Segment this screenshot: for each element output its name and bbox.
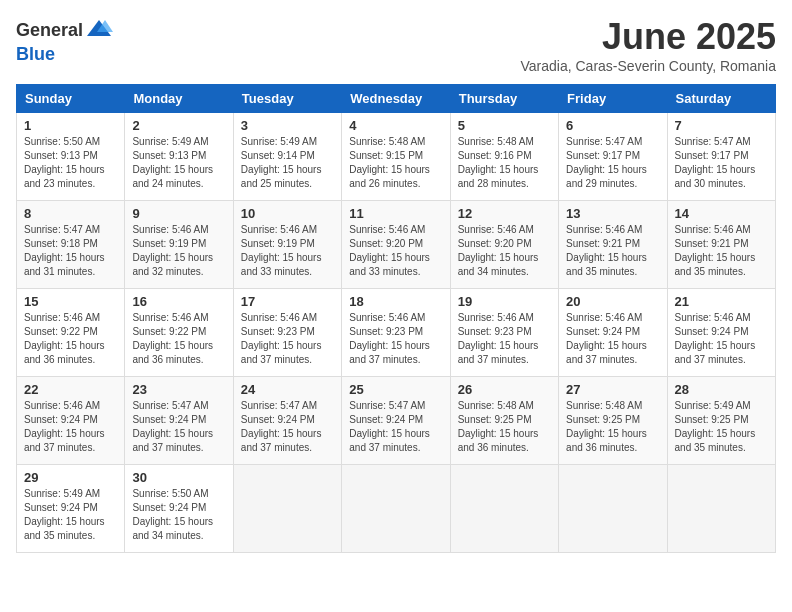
calendar-cell: 2 Sunrise: 5:49 AM Sunset: 9:13 PM Dayli… xyxy=(125,113,233,201)
calendar-cell: 21 Sunrise: 5:46 AM Sunset: 9:24 PM Dayl… xyxy=(667,289,775,377)
calendar-cell: 7 Sunrise: 5:47 AM Sunset: 9:17 PM Dayli… xyxy=(667,113,775,201)
day-number: 3 xyxy=(241,118,334,133)
title-section: June 2025 Varadia, Caras-Severin County,… xyxy=(521,16,777,74)
day-info: Sunrise: 5:47 AM Sunset: 9:18 PM Dayligh… xyxy=(24,223,117,279)
week-row-2: 8 Sunrise: 5:47 AM Sunset: 9:18 PM Dayli… xyxy=(17,201,776,289)
day-number: 26 xyxy=(458,382,551,397)
weekday-header-row: SundayMondayTuesdayWednesdayThursdayFrid… xyxy=(17,85,776,113)
weekday-header-wednesday: Wednesday xyxy=(342,85,450,113)
calendar-cell: 3 Sunrise: 5:49 AM Sunset: 9:14 PM Dayli… xyxy=(233,113,341,201)
calendar-subtitle: Varadia, Caras-Severin County, Romania xyxy=(521,58,777,74)
day-number: 9 xyxy=(132,206,225,221)
day-number: 21 xyxy=(675,294,768,309)
calendar-cell: 22 Sunrise: 5:46 AM Sunset: 9:24 PM Dayl… xyxy=(17,377,125,465)
day-info: Sunrise: 5:46 AM Sunset: 9:24 PM Dayligh… xyxy=(675,311,768,367)
week-row-3: 15 Sunrise: 5:46 AM Sunset: 9:22 PM Dayl… xyxy=(17,289,776,377)
day-number: 24 xyxy=(241,382,334,397)
calendar-cell: 23 Sunrise: 5:47 AM Sunset: 9:24 PM Dayl… xyxy=(125,377,233,465)
day-info: Sunrise: 5:50 AM Sunset: 9:13 PM Dayligh… xyxy=(24,135,117,191)
day-number: 30 xyxy=(132,470,225,485)
calendar-table: SundayMondayTuesdayWednesdayThursdayFrid… xyxy=(16,84,776,553)
weekday-header-tuesday: Tuesday xyxy=(233,85,341,113)
day-info: Sunrise: 5:47 AM Sunset: 9:17 PM Dayligh… xyxy=(566,135,659,191)
calendar-cell: 15 Sunrise: 5:46 AM Sunset: 9:22 PM Dayl… xyxy=(17,289,125,377)
weekday-header-saturday: Saturday xyxy=(667,85,775,113)
logo: General Blue xyxy=(16,16,113,65)
day-number: 12 xyxy=(458,206,551,221)
day-info: Sunrise: 5:48 AM Sunset: 9:16 PM Dayligh… xyxy=(458,135,551,191)
calendar-cell: 25 Sunrise: 5:47 AM Sunset: 9:24 PM Dayl… xyxy=(342,377,450,465)
day-number: 1 xyxy=(24,118,117,133)
day-number: 22 xyxy=(24,382,117,397)
calendar-cell: 9 Sunrise: 5:46 AM Sunset: 9:19 PM Dayli… xyxy=(125,201,233,289)
day-info: Sunrise: 5:49 AM Sunset: 9:25 PM Dayligh… xyxy=(675,399,768,455)
calendar-cell xyxy=(450,465,558,553)
calendar-cell: 13 Sunrise: 5:46 AM Sunset: 9:21 PM Dayl… xyxy=(559,201,667,289)
calendar-cell: 14 Sunrise: 5:46 AM Sunset: 9:21 PM Dayl… xyxy=(667,201,775,289)
day-number: 27 xyxy=(566,382,659,397)
logo-general-text: General xyxy=(16,20,83,41)
calendar-cell: 12 Sunrise: 5:46 AM Sunset: 9:20 PM Dayl… xyxy=(450,201,558,289)
week-row-5: 29 Sunrise: 5:49 AM Sunset: 9:24 PM Dayl… xyxy=(17,465,776,553)
weekday-header-sunday: Sunday xyxy=(17,85,125,113)
day-info: Sunrise: 5:48 AM Sunset: 9:25 PM Dayligh… xyxy=(458,399,551,455)
day-number: 23 xyxy=(132,382,225,397)
day-number: 20 xyxy=(566,294,659,309)
day-number: 16 xyxy=(132,294,225,309)
day-number: 19 xyxy=(458,294,551,309)
calendar-cell: 1 Sunrise: 5:50 AM Sunset: 9:13 PM Dayli… xyxy=(17,113,125,201)
day-number: 10 xyxy=(241,206,334,221)
calendar-cell: 30 Sunrise: 5:50 AM Sunset: 9:24 PM Dayl… xyxy=(125,465,233,553)
calendar-cell: 28 Sunrise: 5:49 AM Sunset: 9:25 PM Dayl… xyxy=(667,377,775,465)
day-info: Sunrise: 5:46 AM Sunset: 9:24 PM Dayligh… xyxy=(566,311,659,367)
day-number: 15 xyxy=(24,294,117,309)
day-info: Sunrise: 5:46 AM Sunset: 9:23 PM Dayligh… xyxy=(349,311,442,367)
header: General Blue June 2025 Varadia, Caras-Se… xyxy=(16,16,776,74)
calendar-cell: 24 Sunrise: 5:47 AM Sunset: 9:24 PM Dayl… xyxy=(233,377,341,465)
calendar-cell: 16 Sunrise: 5:46 AM Sunset: 9:22 PM Dayl… xyxy=(125,289,233,377)
day-info: Sunrise: 5:48 AM Sunset: 9:25 PM Dayligh… xyxy=(566,399,659,455)
day-number: 13 xyxy=(566,206,659,221)
calendar-cell: 20 Sunrise: 5:46 AM Sunset: 9:24 PM Dayl… xyxy=(559,289,667,377)
day-number: 5 xyxy=(458,118,551,133)
calendar-cell: 17 Sunrise: 5:46 AM Sunset: 9:23 PM Dayl… xyxy=(233,289,341,377)
day-info: Sunrise: 5:46 AM Sunset: 9:19 PM Dayligh… xyxy=(241,223,334,279)
day-number: 18 xyxy=(349,294,442,309)
day-info: Sunrise: 5:46 AM Sunset: 9:21 PM Dayligh… xyxy=(675,223,768,279)
day-number: 17 xyxy=(241,294,334,309)
day-info: Sunrise: 5:46 AM Sunset: 9:23 PM Dayligh… xyxy=(241,311,334,367)
calendar-cell xyxy=(233,465,341,553)
calendar-cell: 18 Sunrise: 5:46 AM Sunset: 9:23 PM Dayl… xyxy=(342,289,450,377)
logo-blue-text: Blue xyxy=(16,44,55,64)
weekday-header-thursday: Thursday xyxy=(450,85,558,113)
calendar-cell: 4 Sunrise: 5:48 AM Sunset: 9:15 PM Dayli… xyxy=(342,113,450,201)
calendar-cell xyxy=(667,465,775,553)
day-info: Sunrise: 5:46 AM Sunset: 9:24 PM Dayligh… xyxy=(24,399,117,455)
day-info: Sunrise: 5:46 AM Sunset: 9:20 PM Dayligh… xyxy=(349,223,442,279)
logo-icon xyxy=(85,16,113,44)
day-info: Sunrise: 5:46 AM Sunset: 9:22 PM Dayligh… xyxy=(132,311,225,367)
day-info: Sunrise: 5:47 AM Sunset: 9:24 PM Dayligh… xyxy=(349,399,442,455)
day-number: 2 xyxy=(132,118,225,133)
calendar-cell: 8 Sunrise: 5:47 AM Sunset: 9:18 PM Dayli… xyxy=(17,201,125,289)
week-row-4: 22 Sunrise: 5:46 AM Sunset: 9:24 PM Dayl… xyxy=(17,377,776,465)
day-info: Sunrise: 5:46 AM Sunset: 9:22 PM Dayligh… xyxy=(24,311,117,367)
calendar-cell: 19 Sunrise: 5:46 AM Sunset: 9:23 PM Dayl… xyxy=(450,289,558,377)
day-number: 14 xyxy=(675,206,768,221)
day-number: 8 xyxy=(24,206,117,221)
day-info: Sunrise: 5:47 AM Sunset: 9:17 PM Dayligh… xyxy=(675,135,768,191)
day-number: 6 xyxy=(566,118,659,133)
calendar-cell: 11 Sunrise: 5:46 AM Sunset: 9:20 PM Dayl… xyxy=(342,201,450,289)
day-info: Sunrise: 5:49 AM Sunset: 9:24 PM Dayligh… xyxy=(24,487,117,543)
day-info: Sunrise: 5:50 AM Sunset: 9:24 PM Dayligh… xyxy=(132,487,225,543)
day-info: Sunrise: 5:49 AM Sunset: 9:13 PM Dayligh… xyxy=(132,135,225,191)
day-number: 11 xyxy=(349,206,442,221)
day-info: Sunrise: 5:48 AM Sunset: 9:15 PM Dayligh… xyxy=(349,135,442,191)
day-info: Sunrise: 5:46 AM Sunset: 9:23 PM Dayligh… xyxy=(458,311,551,367)
day-info: Sunrise: 5:47 AM Sunset: 9:24 PM Dayligh… xyxy=(241,399,334,455)
day-number: 28 xyxy=(675,382,768,397)
calendar-cell: 6 Sunrise: 5:47 AM Sunset: 9:17 PM Dayli… xyxy=(559,113,667,201)
day-number: 4 xyxy=(349,118,442,133)
day-info: Sunrise: 5:46 AM Sunset: 9:20 PM Dayligh… xyxy=(458,223,551,279)
calendar-cell: 26 Sunrise: 5:48 AM Sunset: 9:25 PM Dayl… xyxy=(450,377,558,465)
